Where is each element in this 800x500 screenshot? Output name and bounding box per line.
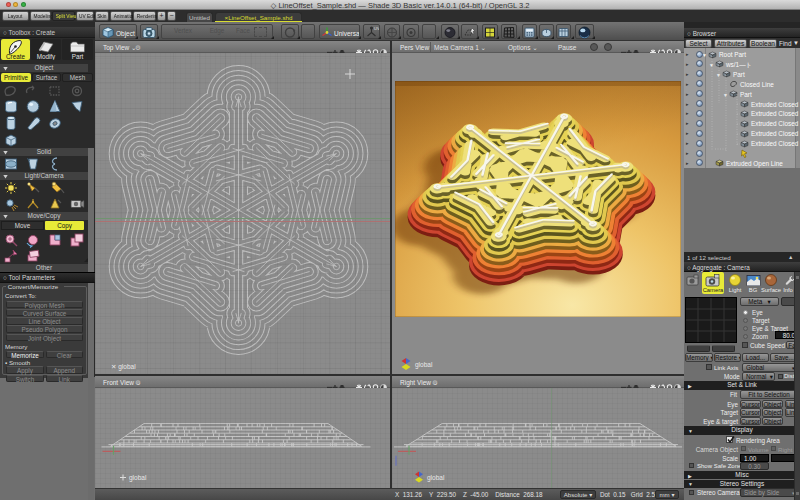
svg-text:Create: Create: [6, 53, 25, 60]
svg-text:global: global: [415, 361, 433, 369]
svg-text:Universal: Universal: [334, 30, 359, 37]
svg-text:UV: UV: [374, 26, 379, 31]
svg-text:Object: Object: [116, 30, 135, 38]
svg-text:Part: Part: [72, 53, 84, 60]
svg-text:global: global: [427, 474, 445, 482]
svg-text:Modify: Modify: [37, 53, 56, 61]
svg-text:global: global: [129, 474, 147, 482]
